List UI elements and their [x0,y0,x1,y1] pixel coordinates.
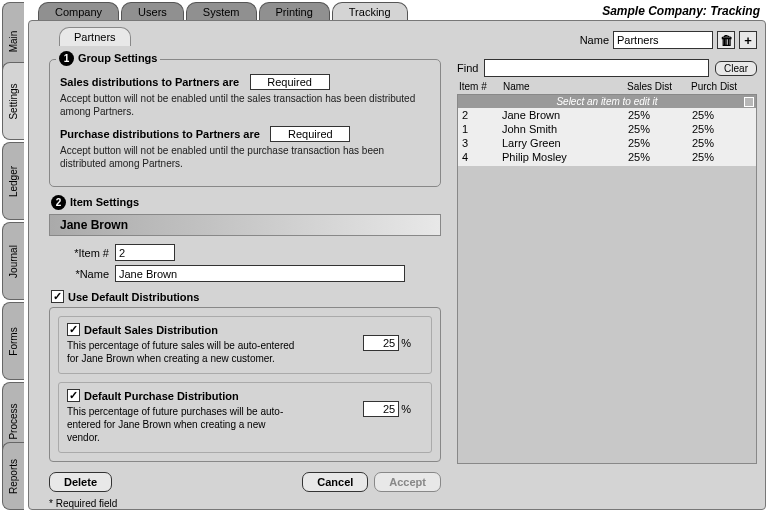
top-tab-tracking[interactable]: Tracking [332,2,408,21]
item-header: Jane Brown [49,214,441,236]
main-panel: Partners Name 🗑 + 1Group Settings Sales … [28,20,766,510]
top-tab-company[interactable]: Company [38,2,119,21]
purchase-dist-help: Accept button will not be enabled until … [60,144,430,170]
default-sales-checkbox[interactable]: ✓ [67,323,80,336]
top-tab-system[interactable]: System [186,2,257,21]
left-column: 1Group Settings Sales distributions to P… [49,59,441,509]
side-tab-forms[interactable]: Forms [2,302,24,380]
default-sales-help: This percentage of future sales will be … [67,339,297,365]
default-purchase-dist-box: ✓ Default Purchase Distribution This per… [58,382,432,453]
grid-empty-area [458,166,756,463]
cancel-button[interactable]: Cancel [302,472,368,492]
use-default-label: Use Default Distributions [68,291,199,303]
partners-grid: Select an item to edit it 2Jane Brown25%… [457,94,757,464]
default-purchase-label: Default Purchase Distribution [84,390,239,402]
side-tab-ledger[interactable]: Ledger [2,142,24,220]
purchase-dist-select[interactable]: Required [270,126,350,142]
required-note: * Required field [49,498,441,509]
table-row[interactable]: 2Jane Brown25%25% [458,108,756,122]
side-tab-settings[interactable]: Settings [2,62,24,140]
table-row[interactable]: 3Larry Green25%25% [458,136,756,150]
default-sales-label: Default Sales Distribution [84,324,218,336]
pct-label: % [401,403,411,415]
sales-dist-label: Sales distributions to Partners are [60,76,239,88]
item-name-input[interactable] [115,265,405,282]
find-input[interactable] [484,59,709,77]
side-tab-reports[interactable]: Reports [2,442,24,510]
sub-tabs: Partners [59,27,131,46]
delete-icon[interactable]: 🗑 [717,31,735,49]
pct-label: % [401,337,411,349]
delete-button[interactable]: Delete [49,472,112,492]
right-column: Find Clear Item # Name Sales Dist Purch … [457,59,757,467]
use-default-checkbox[interactable]: ✓ [51,290,64,303]
name-input[interactable] [613,31,713,49]
step-2-badge: 2 [51,195,66,210]
default-purchase-checkbox[interactable]: ✓ [67,389,80,402]
add-icon[interactable]: + [739,31,757,49]
default-purchase-help: This percentage of future purchases will… [67,405,297,444]
distributions-box: ✓ Default Sales Distribution This percen… [49,307,441,462]
top-tab-users[interactable]: Users [121,2,184,21]
grid-banner: Select an item to edit it [458,95,756,108]
step-1-badge: 1 [59,51,74,66]
top-tab-printing[interactable]: Printing [259,2,330,21]
default-sales-pct-input[interactable] [363,335,399,351]
side-tabs: Main Settings Ledger Journal Forms Proce… [0,0,26,514]
app-window: Main Settings Ledger Journal Forms Proce… [0,0,770,514]
name-row: Name 🗑 + [580,31,757,49]
grid-header: Item # Name Sales Dist Purch Dist [457,81,757,92]
accept-button[interactable]: Accept [374,472,441,492]
sales-dist-select[interactable]: Required [250,74,330,90]
default-sales-dist-box: ✓ Default Sales Distribution This percen… [58,316,432,374]
clear-button[interactable]: Clear [715,61,757,76]
table-row[interactable]: 4Philip Mosley25%25% [458,150,756,164]
item-name-label: *Name [49,268,109,280]
sub-tab-partners[interactable]: Partners [59,27,131,46]
item-num-label: *Item # [49,247,109,259]
item-num-input[interactable] [115,244,175,261]
find-label: Find [457,62,478,74]
default-purchase-pct-input[interactable] [363,401,399,417]
sales-dist-help: Accept button will not be enabled until … [60,92,430,118]
group-settings-fieldset: 1Group Settings Sales distributions to P… [49,59,441,187]
purchase-dist-label: Purchase distributions to Partners are [60,128,260,140]
page-title: Sample Company: Tracking [602,4,760,18]
top-tabs: Company Users System Printing Tracking [38,2,408,21]
table-row[interactable]: 1John Smith25%25% [458,122,756,136]
name-label: Name [580,34,609,46]
side-tab-journal[interactable]: Journal [2,222,24,300]
